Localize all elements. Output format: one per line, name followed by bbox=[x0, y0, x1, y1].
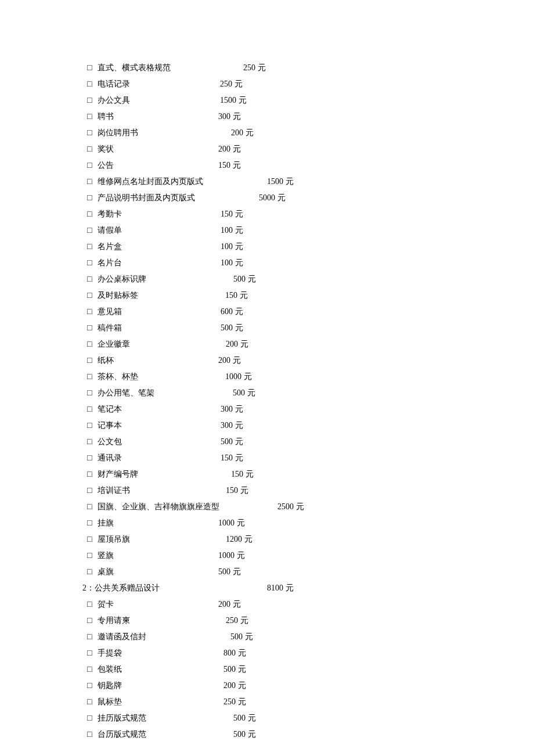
item-label: 办公用笔、笔架 bbox=[98, 389, 154, 397]
section-heading: 2：公共关系赠品设计8100 元 bbox=[82, 584, 534, 592]
price-value: 200 元 bbox=[226, 340, 248, 348]
item-label: 钥匙牌 bbox=[98, 682, 122, 690]
price-value: 200 元 bbox=[218, 145, 241, 153]
checkbox-bullet: □ bbox=[87, 64, 98, 72]
price-value: 150 元 bbox=[225, 291, 248, 300]
currency-label: 元 bbox=[238, 697, 246, 706]
checkbox-bullet: □ bbox=[87, 682, 98, 690]
checkbox-bullet: □ bbox=[87, 405, 98, 413]
item-label: 专用请柬 bbox=[98, 617, 130, 625]
list-item: □ 奖状200 元 bbox=[87, 145, 534, 153]
list-item: □ 财产编号牌150 元 bbox=[87, 470, 534, 478]
list-item: □ 笔记本300 元 bbox=[87, 405, 534, 413]
price-value: 500 元 bbox=[221, 438, 243, 446]
currency-label: 元 bbox=[233, 145, 241, 153]
price-number: 250 bbox=[220, 80, 232, 88]
item-label: 考勤卡 bbox=[98, 210, 122, 218]
currency-label: 元 bbox=[237, 551, 245, 560]
item-label: 直式、横式表格规范 bbox=[98, 64, 171, 72]
list-item: □ 鼠标垫250 元 bbox=[87, 698, 534, 706]
checkbox-bullet: □ bbox=[87, 145, 98, 153]
price-number: 200 bbox=[218, 356, 230, 365]
price-value: 600 元 bbox=[221, 308, 243, 316]
price-number: 600 bbox=[221, 307, 233, 316]
checkbox-bullet: □ bbox=[87, 243, 98, 251]
currency-label: 元 bbox=[235, 210, 243, 218]
currency-label: 元 bbox=[240, 616, 248, 625]
checkbox-bullet: □ bbox=[87, 308, 98, 316]
checkbox-bullet: □ bbox=[87, 600, 98, 609]
price-value: 500 元 bbox=[233, 714, 256, 722]
currency-label: 元 bbox=[240, 486, 248, 495]
currency-label: 元 bbox=[248, 730, 256, 739]
item-label: 记事本 bbox=[98, 422, 122, 430]
checkbox-bullet: □ bbox=[87, 113, 98, 121]
price-value: 200 元 bbox=[231, 129, 254, 137]
price-number: 500 bbox=[230, 632, 243, 641]
list-item: □ 记事本300 元 bbox=[87, 422, 534, 430]
list-item: □ 意见箱600 元 bbox=[87, 308, 534, 316]
list-item: □ 岗位聘用书200 元 bbox=[87, 129, 534, 137]
price-value: 500 元 bbox=[218, 568, 241, 576]
list-item: □ 邀请函及信封500 元 bbox=[87, 633, 534, 641]
item-label: 意见箱 bbox=[98, 308, 122, 316]
price-number: 150 bbox=[221, 453, 233, 462]
price-value: 500 元 bbox=[223, 665, 246, 674]
price-number: 200 bbox=[226, 340, 238, 348]
price-number: 300 bbox=[221, 421, 233, 430]
list-item: □ 公文包500 元 bbox=[87, 438, 534, 446]
price-value: 100 元 bbox=[221, 226, 243, 235]
list-item: □ 办公桌标识牌500 元 bbox=[87, 275, 534, 283]
price-number: 500 bbox=[233, 388, 245, 397]
item-label: 财产编号牌 bbox=[98, 470, 138, 478]
item-label: 岗位聘用书 bbox=[98, 129, 138, 137]
currency-label: 元 bbox=[237, 519, 245, 527]
checkbox-bullet: □ bbox=[87, 617, 98, 625]
price-value: 1000 元 bbox=[218, 519, 245, 527]
list-item: □ 台历版式规范500 元 bbox=[87, 730, 534, 739]
price-value: 800 元 bbox=[223, 649, 246, 657]
price-value: 1200 元 bbox=[226, 535, 252, 543]
currency-label: 元 bbox=[235, 323, 243, 332]
currency-label: 元 bbox=[235, 258, 243, 267]
price-number: 1000 bbox=[225, 372, 241, 381]
item-label: 名片台 bbox=[98, 259, 122, 267]
currency-label: 元 bbox=[296, 502, 304, 511]
price-number: 100 bbox=[221, 226, 233, 235]
list-item: □ 名片台100 元 bbox=[87, 259, 534, 267]
item-label: 奖状 bbox=[98, 145, 114, 153]
list-item: □ 维修网点名址封面及内页版式1500 元 bbox=[87, 178, 534, 186]
price-number: 500 bbox=[221, 323, 233, 332]
checkbox-bullet: □ bbox=[87, 487, 98, 495]
item-label: 及时贴标签 bbox=[98, 291, 138, 300]
currency-label: 元 bbox=[235, 307, 243, 316]
list-item: □ 通讯录150 元 bbox=[87, 454, 534, 462]
price-number: 1500 bbox=[220, 96, 236, 105]
price-value: 500 元 bbox=[221, 324, 243, 332]
currency-label: 元 bbox=[235, 437, 243, 446]
checkbox-bullet: □ bbox=[87, 470, 98, 478]
price-value: 100 元 bbox=[221, 259, 243, 267]
list-item: □ 公告150 元 bbox=[87, 161, 534, 170]
currency-label: 元 bbox=[233, 112, 241, 121]
list-item: □ 专用请柬250 元 bbox=[87, 617, 534, 625]
price-value: 8100 元 bbox=[267, 584, 294, 592]
currency-label: 元 bbox=[286, 584, 294, 592]
checkbox-bullet: □ bbox=[87, 357, 98, 365]
currency-label: 元 bbox=[245, 632, 253, 641]
checkbox-bullet: □ bbox=[87, 210, 98, 218]
price-value: 500 元 bbox=[233, 730, 256, 739]
price-number: 500 bbox=[233, 714, 246, 722]
item-label: 邀请函及信封 bbox=[98, 633, 146, 641]
list-item: □ 挂旗1000 元 bbox=[87, 519, 534, 527]
price-number: 1500 bbox=[267, 177, 283, 186]
currency-label: 元 bbox=[246, 470, 254, 478]
item-label: 鼠标垫 bbox=[98, 698, 122, 706]
price-number: 250 bbox=[226, 616, 238, 625]
item-label: 笔记本 bbox=[98, 405, 122, 413]
price-number: 250 bbox=[243, 63, 255, 72]
item-label: 通讯录 bbox=[98, 454, 122, 462]
checkbox-bullet: □ bbox=[87, 454, 98, 462]
list-item: □ 直式、横式表格规范250 元 bbox=[87, 64, 534, 72]
price-number: 500 bbox=[218, 567, 230, 576]
